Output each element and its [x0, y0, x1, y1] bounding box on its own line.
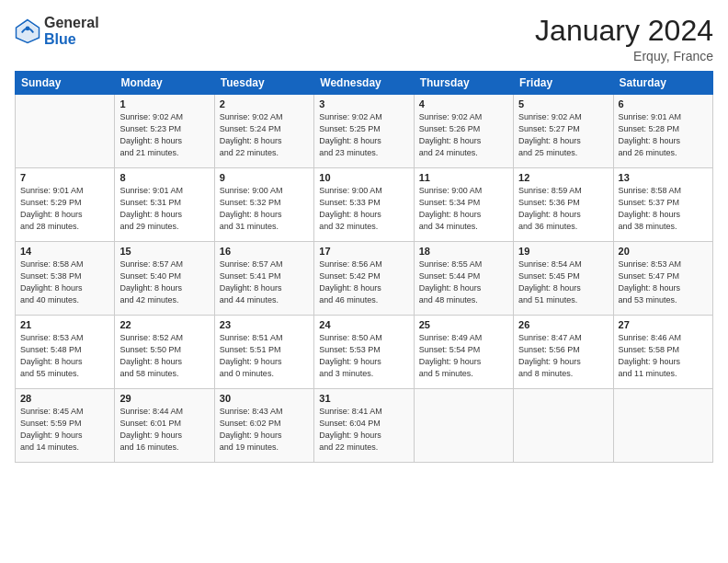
day-info: Sunrise: 9:02 AM Sunset: 5:27 PM Dayligh… [518, 111, 608, 159]
day-info: Sunrise: 8:46 AM Sunset: 5:58 PM Dayligh… [619, 332, 708, 380]
day-number: 12 [518, 172, 608, 183]
day-cell: 1Sunrise: 9:02 AM Sunset: 5:23 PM Daylig… [115, 95, 214, 168]
day-info: Sunrise: 8:53 AM Sunset: 5:47 PM Dayligh… [619, 259, 708, 306]
day-cell: 26Sunrise: 8:47 AM Sunset: 5:56 PM Dayli… [514, 316, 613, 389]
day-info: Sunrise: 8:59 AM Sunset: 5:36 PM Dayligh… [518, 185, 608, 233]
day-number: 31 [319, 393, 408, 404]
day-number: 27 [619, 319, 708, 330]
calendar-page: General Blue January 2024 Erquy, France … [0, 0, 728, 563]
logo-general-text: General [44, 15, 99, 30]
day-cell: 5Sunrise: 9:02 AM Sunset: 5:27 PM Daylig… [514, 95, 613, 168]
logo: General Blue [15, 15, 99, 47]
day-number: 1 [119, 98, 209, 109]
day-info: Sunrise: 8:54 AM Sunset: 5:45 PM Dayligh… [518, 259, 608, 306]
day-info: Sunrise: 8:47 AM Sunset: 5:56 PM Dayligh… [518, 332, 608, 380]
day-info: Sunrise: 8:57 AM Sunset: 5:40 PM Dayligh… [119, 259, 209, 306]
day-info: Sunrise: 8:57 AM Sunset: 5:41 PM Dayligh… [220, 259, 309, 306]
day-number: 6 [619, 98, 708, 109]
week-row-4: 21Sunrise: 8:53 AM Sunset: 5:48 PM Dayli… [16, 316, 713, 389]
day-info: Sunrise: 9:02 AM Sunset: 5:26 PM Dayligh… [419, 111, 508, 159]
day-number: 22 [119, 319, 209, 330]
day-cell: 30Sunrise: 8:43 AM Sunset: 6:02 PM Dayli… [214, 389, 313, 463]
logo-text: General Blue [44, 15, 99, 47]
day-number: 30 [220, 393, 309, 404]
day-number: 5 [518, 98, 608, 109]
day-cell: 3Sunrise: 9:02 AM Sunset: 5:25 PM Daylig… [314, 95, 414, 168]
day-number: 9 [220, 172, 309, 183]
day-cell [16, 95, 115, 168]
day-number: 8 [119, 172, 209, 183]
day-cell: 29Sunrise: 8:44 AM Sunset: 6:01 PM Dayli… [115, 389, 214, 463]
week-row-1: 1Sunrise: 9:02 AM Sunset: 5:23 PM Daylig… [16, 95, 713, 168]
day-cell: 12Sunrise: 8:59 AM Sunset: 5:36 PM Dayli… [514, 168, 613, 242]
day-info: Sunrise: 8:51 AM Sunset: 5:51 PM Dayligh… [220, 332, 309, 380]
day-cell: 17Sunrise: 8:56 AM Sunset: 5:42 PM Dayli… [314, 242, 414, 316]
day-info: Sunrise: 8:55 AM Sunset: 5:44 PM Dayligh… [419, 259, 508, 306]
header: General Blue January 2024 Erquy, France [15, 15, 713, 63]
day-cell [613, 389, 712, 463]
day-info: Sunrise: 8:53 AM Sunset: 5:48 PM Dayligh… [20, 332, 109, 380]
day-number: 21 [20, 319, 109, 330]
calendar-table: Sunday Monday Tuesday Wednesday Thursday… [15, 71, 713, 463]
day-cell: 8Sunrise: 9:01 AM Sunset: 5:31 PM Daylig… [115, 168, 214, 242]
day-cell: 16Sunrise: 8:57 AM Sunset: 5:41 PM Dayli… [214, 242, 313, 316]
day-number: 15 [119, 246, 209, 257]
day-cell: 13Sunrise: 8:58 AM Sunset: 5:37 PM Dayli… [613, 168, 712, 242]
day-number: 10 [319, 172, 408, 183]
day-info: Sunrise: 9:02 AM Sunset: 5:25 PM Dayligh… [319, 111, 408, 159]
day-info: Sunrise: 8:49 AM Sunset: 5:54 PM Dayligh… [419, 332, 508, 380]
day-cell: 4Sunrise: 9:02 AM Sunset: 5:26 PM Daylig… [414, 95, 513, 168]
day-info: Sunrise: 8:56 AM Sunset: 5:42 PM Dayligh… [319, 259, 408, 306]
day-number: 13 [619, 172, 708, 183]
day-info: Sunrise: 9:02 AM Sunset: 5:24 PM Dayligh… [220, 111, 309, 159]
day-cell [514, 389, 613, 463]
day-number: 23 [220, 319, 309, 330]
day-cell: 15Sunrise: 8:57 AM Sunset: 5:40 PM Dayli… [115, 242, 214, 316]
day-info: Sunrise: 9:00 AM Sunset: 5:32 PM Dayligh… [220, 185, 309, 233]
col-wednesday: Wednesday [314, 72, 414, 95]
location: Erquy, France [535, 49, 713, 63]
day-cell: 22Sunrise: 8:52 AM Sunset: 5:50 PM Dayli… [115, 316, 214, 389]
day-info: Sunrise: 8:43 AM Sunset: 6:02 PM Dayligh… [220, 406, 309, 454]
week-row-3: 14Sunrise: 8:58 AM Sunset: 5:38 PM Dayli… [16, 242, 713, 316]
day-number: 18 [419, 246, 508, 257]
day-cell: 23Sunrise: 8:51 AM Sunset: 5:51 PM Dayli… [214, 316, 313, 389]
day-info: Sunrise: 8:52 AM Sunset: 5:50 PM Dayligh… [119, 332, 209, 380]
day-number: 16 [220, 246, 309, 257]
day-cell: 19Sunrise: 8:54 AM Sunset: 5:45 PM Dayli… [514, 242, 613, 316]
day-cell: 18Sunrise: 8:55 AM Sunset: 5:44 PM Dayli… [414, 242, 513, 316]
day-number: 20 [619, 246, 708, 257]
col-thursday: Thursday [414, 72, 513, 95]
day-info: Sunrise: 9:00 AM Sunset: 5:33 PM Dayligh… [319, 185, 408, 233]
day-info: Sunrise: 9:01 AM Sunset: 5:28 PM Dayligh… [619, 111, 708, 159]
col-sunday: Sunday [16, 72, 115, 95]
day-number: 19 [518, 246, 608, 257]
day-cell: 28Sunrise: 8:45 AM Sunset: 5:59 PM Dayli… [16, 389, 115, 463]
month-title: January 2024 [535, 15, 713, 47]
day-info: Sunrise: 9:02 AM Sunset: 5:23 PM Dayligh… [119, 111, 209, 159]
day-info: Sunrise: 8:44 AM Sunset: 6:01 PM Dayligh… [119, 406, 209, 454]
day-number: 14 [20, 246, 109, 257]
day-info: Sunrise: 8:58 AM Sunset: 5:37 PM Dayligh… [619, 185, 708, 233]
day-number: 28 [20, 393, 109, 404]
day-info: Sunrise: 8:41 AM Sunset: 6:04 PM Dayligh… [319, 406, 408, 454]
col-saturday: Saturday [613, 72, 712, 95]
day-cell: 27Sunrise: 8:46 AM Sunset: 5:58 PM Dayli… [613, 316, 712, 389]
day-number: 4 [419, 98, 508, 109]
day-number: 26 [518, 319, 608, 330]
calendar-body: 1Sunrise: 9:02 AM Sunset: 5:23 PM Daylig… [16, 95, 713, 463]
day-cell: 25Sunrise: 8:49 AM Sunset: 5:54 PM Dayli… [414, 316, 513, 389]
logo-icon [15, 18, 40, 44]
header-row: Sunday Monday Tuesday Wednesday Thursday… [16, 72, 713, 95]
week-row-5: 28Sunrise: 8:45 AM Sunset: 5:59 PM Dayli… [16, 389, 713, 463]
day-cell: 14Sunrise: 8:58 AM Sunset: 5:38 PM Dayli… [16, 242, 115, 316]
day-number: 25 [419, 319, 508, 330]
day-info: Sunrise: 8:45 AM Sunset: 5:59 PM Dayligh… [20, 406, 109, 454]
day-number: 7 [20, 172, 109, 183]
week-row-2: 7Sunrise: 9:01 AM Sunset: 5:29 PM Daylig… [16, 168, 713, 242]
day-cell: 21Sunrise: 8:53 AM Sunset: 5:48 PM Dayli… [16, 316, 115, 389]
day-cell: 24Sunrise: 8:50 AM Sunset: 5:53 PM Dayli… [314, 316, 414, 389]
col-tuesday: Tuesday [214, 72, 313, 95]
day-info: Sunrise: 8:58 AM Sunset: 5:38 PM Dayligh… [20, 259, 109, 306]
day-cell: 9Sunrise: 9:00 AM Sunset: 5:32 PM Daylig… [214, 168, 313, 242]
